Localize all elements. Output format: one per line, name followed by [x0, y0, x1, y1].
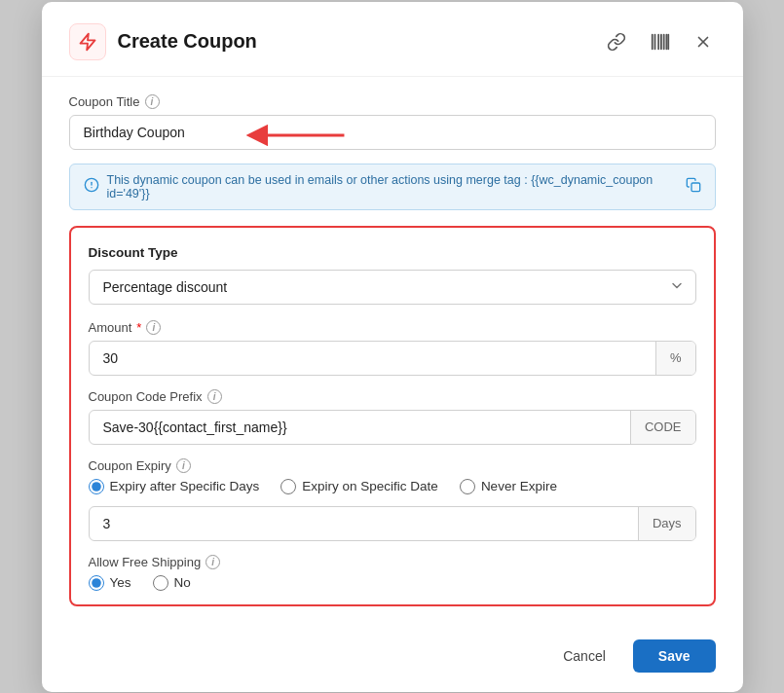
expiry-specific-date-radio[interactable] [280, 479, 296, 494]
barcode-button[interactable] [646, 28, 675, 55]
coupon-code-suffix: CODE [630, 411, 695, 444]
modal-title: Create Coupon [118, 30, 591, 53]
expiry-specific-date-label: Expiry on Specific Date [302, 479, 438, 493]
expiry-never-label: Never Expire [481, 479, 557, 493]
link-button[interactable] [603, 28, 630, 55]
copy-icon[interactable] [686, 177, 701, 196]
free-shipping-yes-label: Yes [110, 575, 131, 590]
info-banner: This dynamic coupon can be used in email… [69, 164, 716, 210]
amount-group: Amount* i % [89, 320, 696, 376]
free-shipping-info-icon[interactable]: i [205, 555, 220, 569]
required-star: * [136, 320, 141, 335]
expiry-days-input-wrapper: Days [89, 506, 696, 541]
allow-free-shipping-label: Allow Free Shipping i [89, 555, 696, 569]
expiry-after-days-radio[interactable] [89, 479, 104, 494]
expiry-never-radio[interactable] [460, 479, 475, 494]
amount-input-wrapper: % [89, 341, 696, 376]
modal-footer: Cancel Save [42, 626, 743, 692]
expiry-after-days-label: Expiry after Specific Days [110, 479, 260, 493]
coupon-title-input[interactable] [69, 115, 716, 150]
discount-type-label: Discount Type [89, 245, 696, 260]
free-shipping-radio-group: Yes No [89, 575, 696, 591]
cancel-button[interactable]: Cancel [547, 640, 621, 672]
coupon-code-input-wrapper: CODE [89, 410, 696, 445]
expiry-specific-date-option[interactable]: Expiry on Specific Date [280, 479, 438, 494]
expiry-after-days-option[interactable]: Expiry after Specific Days [89, 479, 260, 494]
expiry-days-input[interactable] [90, 507, 638, 540]
modal-body: Coupon Title i [42, 77, 743, 626]
svg-marker-0 [80, 33, 94, 50]
modal-icon [69, 23, 106, 60]
amount-suffix: % [655, 342, 695, 375]
expiry-radio-group: Expiry after Specific Days Expiry on Spe… [89, 479, 696, 494]
modal-overlay: Create Coupon [0, 0, 784, 693]
amount-input[interactable] [90, 342, 655, 375]
coupon-expiry-label: Coupon Expiry i [89, 458, 696, 473]
discount-type-select-wrapper: Percentage discount Fixed cart discount … [89, 270, 696, 305]
amount-info-icon[interactable]: i [146, 320, 161, 335]
modal-header: Create Coupon [42, 2, 743, 77]
save-button[interactable]: Save [633, 639, 716, 673]
header-actions [603, 28, 716, 55]
svg-rect-15 [691, 183, 700, 192]
coupon-code-prefix-label: Coupon Code Prefix i [89, 389, 696, 404]
free-shipping-yes-radio[interactable] [89, 575, 104, 591]
coupon-code-info-icon[interactable]: i [207, 389, 222, 404]
coupon-expiry-group: Coupon Expiry i Expiry after Specific Da… [89, 458, 696, 541]
coupon-code-prefix-group: Coupon Code Prefix i CODE [89, 389, 696, 445]
amount-label: Amount* i [89, 320, 696, 335]
coupon-title-group: Coupon Title i [69, 94, 716, 150]
free-shipping-no-radio[interactable] [153, 575, 168, 591]
coupon-expiry-info-icon[interactable]: i [176, 458, 191, 473]
close-button[interactable] [691, 29, 716, 55]
coupon-title-label: Coupon Title i [69, 94, 716, 109]
free-shipping-no-option[interactable]: No [153, 575, 191, 591]
coupon-code-input[interactable] [90, 411, 630, 444]
free-shipping-no-label: No [174, 575, 191, 590]
discount-type-select[interactable]: Percentage discount Fixed cart discount … [89, 270, 696, 305]
info-banner-text: This dynamic coupon can be used in email… [107, 173, 678, 201]
form-section: Discount Type Percentage discount Fixed … [69, 226, 716, 606]
allow-free-shipping-group: Allow Free Shipping i Yes No [89, 555, 696, 591]
discount-type-group: Discount Type Percentage discount Fixed … [89, 245, 696, 305]
coupon-title-info-icon[interactable]: i [145, 94, 160, 109]
info-banner-icon [84, 177, 99, 196]
free-shipping-yes-option[interactable]: Yes [89, 575, 131, 591]
expiry-never-option[interactable]: Never Expire [460, 479, 557, 494]
create-coupon-modal: Create Coupon [42, 2, 743, 692]
expiry-days-suffix: Days [638, 507, 695, 540]
